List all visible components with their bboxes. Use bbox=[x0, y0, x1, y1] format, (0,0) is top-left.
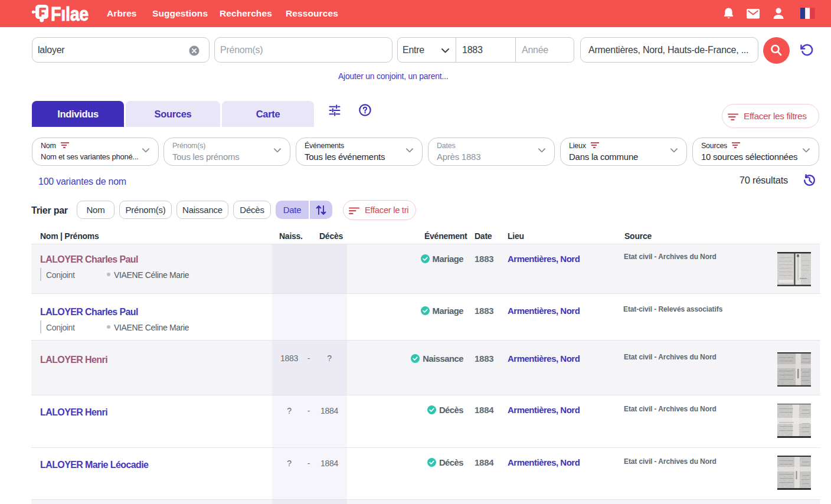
svg-text:Fılae: Fılae bbox=[51, 2, 89, 24]
